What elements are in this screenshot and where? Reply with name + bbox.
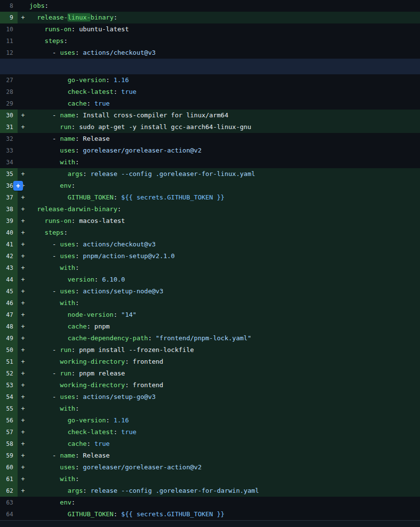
- line-number[interactable]: 54: [0, 391, 18, 403]
- yaml-token: :: [75, 111, 79, 119]
- line-number[interactable]: 45: [0, 285, 18, 297]
- yaml-token: :: [71, 217, 75, 224]
- yaml-key: uses: [60, 49, 75, 56]
- line-number[interactable]: 53: [0, 379, 18, 391]
- line-number[interactable]: 27: [0, 74, 18, 86]
- line-number[interactable]: 39: [0, 215, 18, 227]
- yaml-token: ${{ secrets.GITHUB_TOKEN }}: [117, 194, 224, 201]
- yaml-token: :: [71, 123, 75, 131]
- line-number[interactable]: 31: [0, 121, 18, 133]
- line-number[interactable]: 35: [0, 168, 18, 180]
- yaml-token: true: [117, 88, 136, 95]
- line-number[interactable]: 37: [0, 192, 18, 203]
- yaml-token: 6.10.0: [98, 276, 125, 283]
- line-number[interactable]: 48: [0, 321, 18, 332]
- line-number[interactable]: 8: [0, 0, 18, 12]
- added-line-marker: +: [18, 110, 29, 121]
- yaml-key: args: [29, 170, 83, 177]
- line-number[interactable]: 40: [0, 227, 18, 239]
- diff-view: 8jobs:9+ release-linux-binary:10 runs-on…: [0, 0, 420, 520]
- line-number[interactable]: 49: [0, 332, 18, 344]
- code-line: cache: true: [29, 98, 110, 110]
- diff-row-line-48: 48+ cache: pnpm: [0, 321, 420, 332]
- line-number[interactable]: 46: [0, 297, 18, 309]
- code-line: cache-dependency-path: "frontend/pnpm-lo…: [29, 332, 251, 344]
- line-number[interactable]: 34: [0, 156, 18, 168]
- line-number[interactable]: 38: [0, 203, 18, 215]
- yaml-token: :: [125, 358, 129, 365]
- yaml-key: jobs: [29, 2, 44, 9]
- hunk-expander-row[interactable]: [0, 59, 420, 74]
- line-number[interactable]: 29: [0, 98, 18, 110]
- line-number[interactable]: 62: [0, 485, 18, 497]
- line-number[interactable]: 9: [0, 12, 18, 23]
- line-number[interactable]: 63: [0, 497, 18, 508]
- added-line-marker: +: [18, 203, 29, 215]
- line-number[interactable]: 57: [0, 426, 18, 438]
- diff-footer-strip: [0, 520, 420, 527]
- line-number[interactable]: 51: [0, 356, 18, 368]
- yaml-token: -: [29, 287, 60, 295]
- diff-row-line-63: 63 env:: [0, 497, 420, 508]
- line-number[interactable]: 12: [0, 47, 18, 59]
- yaml-key: with: [29, 299, 75, 307]
- line-number[interactable]: 64: [0, 508, 18, 520]
- line-number[interactable]: 33: [0, 145, 18, 156]
- line-number[interactable]: 50: [0, 344, 18, 356]
- yaml-token: -: [29, 252, 60, 260]
- code-line: - uses: actions/checkout@v3: [29, 239, 155, 250]
- line-number[interactable]: 47: [0, 309, 18, 321]
- diff-row-line-9: 9+ release-linux-binary:: [0, 12, 420, 23]
- yaml-token: true: [90, 100, 110, 107]
- diff-row-line-37: 37+ GITHUB_TOKEN: ${{ secrets.GITHUB_TOK…: [0, 192, 420, 203]
- line-number[interactable]: 10: [0, 23, 18, 35]
- added-line-marker: +: [18, 168, 29, 180]
- line-number[interactable]: 32: [0, 133, 18, 145]
- line-number[interactable]: 56: [0, 415, 18, 426]
- diff-row-line-59: 59+ - name: Release: [0, 450, 420, 461]
- line-number[interactable]: 55: [0, 403, 18, 415]
- yaml-key: with: [29, 158, 75, 166]
- yaml-key: with: [29, 405, 75, 412]
- yaml-key: uses: [60, 252, 75, 260]
- line-number[interactable]: 42: [0, 250, 18, 262]
- code-line: env:: [29, 180, 75, 192]
- yaml-token: :: [113, 311, 117, 318]
- code-line: working-directory: frontend: [29, 356, 163, 368]
- yaml-token: ${{ secrets.GITHUB_TOKEN }}: [117, 510, 224, 518]
- line-number[interactable]: 60: [0, 461, 18, 473]
- line-marker: [18, 508, 29, 520]
- line-number[interactable]: 30: [0, 110, 18, 121]
- yaml-token: "frontend/pnpm-lock.yaml": [152, 334, 251, 342]
- yaml-token: ubuntu-latest: [75, 25, 129, 33]
- line-number[interactable]: 28: [0, 86, 18, 98]
- diff-row-line-28: 28 check-latest: true: [0, 86, 420, 98]
- code-line: args: release --config .goreleaser-for-d…: [29, 485, 259, 497]
- line-number[interactable]: 44: [0, 274, 18, 285]
- added-line-marker: +: [18, 368, 29, 379]
- yaml-token: -: [29, 135, 60, 142]
- yaml-key: cache-dependency-path: [29, 334, 148, 342]
- line-number[interactable]: 43: [0, 262, 18, 274]
- line-number[interactable]: 41: [0, 239, 18, 250]
- diff-row-line-62: 62+ args: release --config .goreleaser-f…: [0, 485, 420, 497]
- yaml-key: uses: [29, 147, 75, 154]
- line-number[interactable]: 61: [0, 473, 18, 485]
- yaml-key: name: [60, 111, 75, 119]
- added-line-marker: +: [18, 215, 29, 227]
- yaml-key: go-version: [29, 76, 106, 84]
- code-line: release-linux-binary:: [29, 12, 117, 23]
- diff-row-line-42: 42+ - uses: pnpm/action-setup@v2.1.0: [0, 250, 420, 262]
- diff-row-line-39: 39+ runs-on: macos-latest: [0, 215, 420, 227]
- code-line: uses: goreleaser/goreleaser-action@v2: [29, 461, 201, 473]
- line-marker: [18, 35, 29, 47]
- line-number[interactable]: 58: [0, 438, 18, 450]
- yaml-token: :: [117, 205, 121, 213]
- added-line-marker: +: [18, 461, 29, 473]
- line-number[interactable]: 11: [0, 35, 18, 47]
- line-number[interactable]: 52: [0, 368, 18, 379]
- line-number[interactable]: 59: [0, 450, 18, 461]
- added-line-marker: +: [18, 332, 29, 344]
- add-line-comment-button[interactable]: +: [13, 181, 23, 191]
- code-line: - uses: actions/checkout@v3: [29, 47, 155, 59]
